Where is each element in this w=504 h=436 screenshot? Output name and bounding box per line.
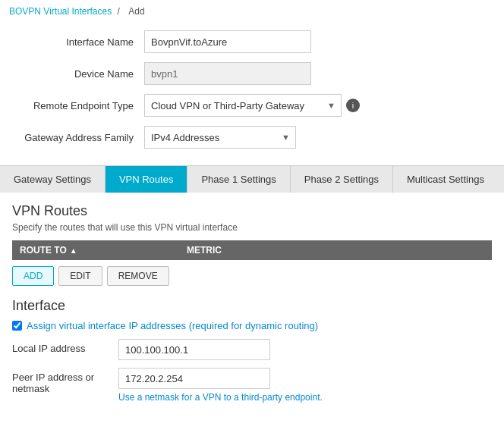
interface-section: Interface Assign virtual interface IP ad… bbox=[12, 298, 492, 403]
peer-ip-label: Peer IP address or netmask bbox=[12, 368, 118, 394]
assign-ip-label[interactable]: Assign virtual interface IP addresses (r… bbox=[27, 320, 318, 331]
interface-name-label: Interface Name bbox=[15, 36, 144, 48]
remove-button[interactable]: REMOVE bbox=[107, 266, 169, 286]
action-bar: ADD EDIT REMOVE bbox=[12, 266, 492, 286]
sort-arrow-icon: ▲ bbox=[70, 246, 77, 255]
device-name-input bbox=[144, 62, 311, 85]
info-icon: i bbox=[346, 99, 360, 112]
gateway-address-select-wrap: IPv4 Addresses ▼ bbox=[144, 126, 296, 149]
remote-endpoint-select[interactable]: Cloud VPN or Third-Party Gateway bbox=[144, 94, 342, 117]
interface-title: Interface bbox=[12, 298, 492, 314]
edit-button[interactable]: EDIT bbox=[58, 266, 102, 286]
local-ip-col bbox=[118, 339, 270, 360]
gateway-address-select[interactable]: IPv4 Addresses bbox=[144, 126, 296, 149]
tab-phase2-settings[interactable]: Phase 2 Settings bbox=[291, 166, 393, 193]
tab-phase1-settings[interactable]: Phase 1 Settings bbox=[187, 166, 290, 193]
remote-endpoint-select-wrap: Cloud VPN or Third-Party Gateway ▼ bbox=[144, 94, 342, 117]
peer-ip-note: Use a netmask for a VPN to a third-party… bbox=[118, 392, 323, 403]
tab-content: VPN Routes Specify the routes that will … bbox=[0, 193, 504, 421]
gateway-address-label: Gateway Address Family bbox=[15, 132, 144, 143]
routes-table-header: ROUTE TO ▲ METRIC bbox=[12, 240, 492, 260]
local-ip-label: Local IP address bbox=[12, 339, 118, 354]
device-name-row: Device Name bbox=[15, 62, 489, 85]
peer-ip-row: Peer IP address or netmask Use a netmask… bbox=[12, 368, 492, 403]
add-button[interactable]: ADD bbox=[12, 266, 54, 286]
breadcrumb-current: Add bbox=[128, 6, 144, 17]
tab-vpn-routes[interactable]: VPN Routes bbox=[106, 166, 188, 193]
tab-bar: Gateway Settings VPN Routes Phase 1 Sett… bbox=[0, 165, 504, 193]
peer-ip-input[interactable] bbox=[118, 368, 270, 389]
peer-ip-col: Use a netmask for a VPN to a third-party… bbox=[118, 368, 323, 403]
remote-endpoint-row: Remote Endpoint Type Cloud VPN or Third-… bbox=[15, 94, 489, 117]
route-to-column-header: ROUTE TO ▲ bbox=[12, 240, 179, 260]
local-ip-input[interactable] bbox=[118, 339, 270, 360]
vpn-routes-title: VPN Routes bbox=[12, 203, 492, 219]
device-name-label: Device Name bbox=[15, 68, 144, 80]
remote-endpoint-label: Remote Endpoint Type bbox=[15, 100, 144, 111]
breadcrumb: BOVPN Virtual Interfaces / Add bbox=[0, 0, 504, 23]
gateway-address-row: Gateway Address Family IPv4 Addresses ▼ bbox=[15, 126, 489, 149]
metric-column-header: METRIC bbox=[179, 240, 492, 260]
tab-gateway-settings[interactable]: Gateway Settings bbox=[0, 166, 106, 193]
vpn-routes-description: Specify the routes that will use this VP… bbox=[12, 222, 492, 233]
breadcrumb-parent[interactable]: BOVPN Virtual Interfaces bbox=[9, 6, 112, 17]
local-ip-row: Local IP address bbox=[12, 339, 492, 360]
form-section: Interface Name Device Name Remote Endpoi… bbox=[0, 23, 504, 162]
interface-name-row: Interface Name bbox=[15, 30, 489, 53]
tab-multicast-settings[interactable]: Multicast Settings bbox=[393, 166, 498, 193]
interface-name-input[interactable] bbox=[144, 30, 311, 53]
assign-ip-row: Assign virtual interface IP addresses (r… bbox=[12, 320, 492, 331]
breadcrumb-separator: / bbox=[118, 6, 120, 17]
assign-ip-checkbox[interactable] bbox=[12, 321, 22, 331]
